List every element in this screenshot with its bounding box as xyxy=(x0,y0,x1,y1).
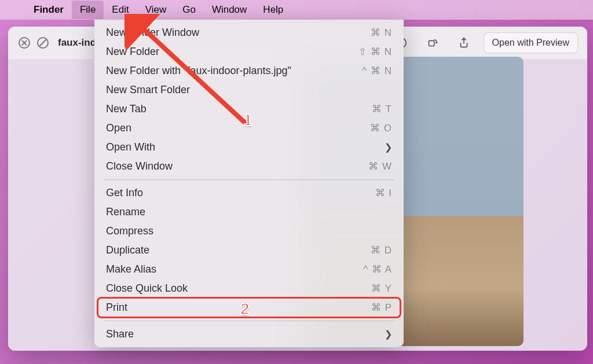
menubar: Finder File Edit View Go Window Help xyxy=(0,0,593,20)
menu-open[interactable]: Open⌘ O xyxy=(98,119,400,138)
menu-close-quick-look[interactable]: Close Quick Look⌘ Y xyxy=(98,279,400,298)
menu-close-window[interactable]: Close Window⌘ W xyxy=(98,157,400,176)
menubar-view[interactable]: View xyxy=(137,1,175,19)
shortcut: ⇧ ⌘ N xyxy=(358,46,392,58)
shortcut: ⌘ O xyxy=(370,122,392,134)
menu-new-smart-folder[interactable]: New Smart Folder xyxy=(98,80,400,100)
menu-separator xyxy=(104,321,394,321)
menubar-app-name[interactable]: Finder xyxy=(25,1,72,19)
shortcut: ⌘ Y xyxy=(371,282,392,295)
quicklook-title: faux-ind xyxy=(58,37,96,49)
menu-print[interactable]: Print⌘ P xyxy=(98,298,400,317)
menu-share[interactable]: Share❯ xyxy=(98,325,400,344)
menu-new-folder[interactable]: New Folder⇧ ⌘ N xyxy=(98,42,400,61)
menu-make-alias[interactable]: Make Alias^ ⌘ A xyxy=(98,260,400,279)
chevron-right-icon: ❯ xyxy=(385,329,392,340)
shortcut: ⌘ D xyxy=(371,244,392,256)
shortcut: ⌘ I xyxy=(375,187,392,199)
menubar-edit[interactable]: Edit xyxy=(104,1,137,19)
menu-open-with[interactable]: Open With❯ xyxy=(98,138,400,157)
shortcut: ⌘ W xyxy=(368,160,392,172)
menu-new-finder-window[interactable]: New Finder Window⌘ N xyxy=(98,23,400,42)
menu-duplicate[interactable]: Duplicate⌘ D xyxy=(98,241,400,260)
open-with-preview-button[interactable]: Open with Preview xyxy=(484,32,578,53)
menubar-help[interactable]: Help xyxy=(255,1,291,19)
menu-get-info[interactable]: Get Info⌘ I xyxy=(98,183,400,203)
shortcut: ^ ⌘ A xyxy=(363,263,392,275)
prohibit-icon[interactable] xyxy=(36,36,50,50)
rotate-icon[interactable] xyxy=(421,32,444,53)
menu-new-tab[interactable]: New Tab⌘ T xyxy=(98,100,400,119)
menubar-go[interactable]: Go xyxy=(174,1,204,19)
close-icon[interactable] xyxy=(17,36,31,50)
shortcut: ⌘ N xyxy=(371,27,392,39)
menu-compress[interactable]: Compress xyxy=(98,222,400,241)
menubar-window[interactable]: Window xyxy=(204,1,255,19)
menu-new-folder-with[interactable]: New Folder with "faux-indoor-plants.jpg"… xyxy=(98,61,400,80)
shortcut: ^ ⌘ N xyxy=(362,65,392,77)
svg-rect-3 xyxy=(429,41,434,46)
menu-rename[interactable]: Rename xyxy=(98,203,400,222)
menubar-file[interactable]: File xyxy=(72,1,104,19)
shortcut: ⌘ P xyxy=(371,302,392,314)
share-icon[interactable] xyxy=(452,32,475,53)
file-menu-dropdown: New Finder Window⌘ N New Folder⇧ ⌘ N New… xyxy=(94,20,404,347)
shortcut: ⌘ T xyxy=(372,103,392,115)
chevron-right-icon: ❯ xyxy=(385,142,392,153)
menu-separator xyxy=(104,179,394,180)
